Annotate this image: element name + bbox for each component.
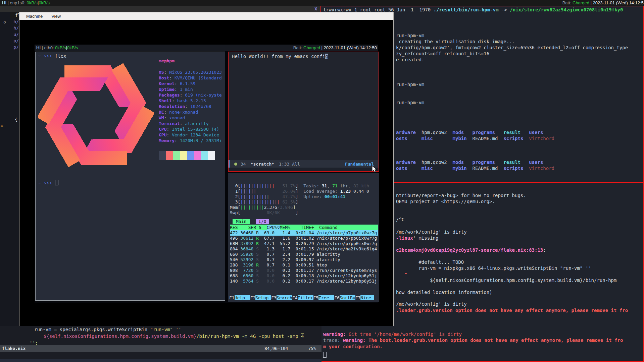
htop-fkey[interactable]: F4 (292, 295, 298, 300)
neofetch-entry: DE: none+xmonad (159, 109, 222, 115)
terminal-color-palette (159, 151, 215, 160)
emacs-window[interactable]: Hello World!! from my emacs config 34 *s… (228, 52, 379, 172)
neofetch-entry: Uptime: 1 min (159, 86, 222, 92)
emacs-buffer[interactable]: Hello World!! from my emacs config (229, 52, 379, 160)
neofetch-info: me@hpm------OS: NixOS 23.05.20231023Host… (159, 58, 222, 143)
modeline-buffer-name: *scratch* (251, 162, 274, 167)
htop-fkey-action[interactable]: Setup (255, 295, 271, 300)
htop-process-row[interactable]: 540 53992 S 0.7 2.2 0:00.97 alacritty (230, 257, 378, 262)
palette-swatch (208, 151, 215, 156)
palette-swatch (187, 151, 194, 156)
vim-scroll-percent: 75% (308, 345, 316, 352)
palette-swatch (159, 151, 166, 156)
tabline-close-icon[interactable]: X (314, 6, 317, 12)
terminal-line: run-vm = specialArgs.pkgs.writeScriptBin… (34, 326, 181, 333)
htop-window[interactable]: 0[||||||||||||| 51.7%] Tasks: 31, 71 thr… (228, 173, 379, 302)
neofetch-entry: Shell: bash 5.2.15 (159, 98, 222, 104)
htop-process-row[interactable]: 68M 37892 R 47.1 55.2 0:26.79 /nix/store… (230, 241, 378, 246)
neofetch-entry: GPU: Vendor 1234 Device (159, 132, 222, 138)
nixos-logo (38, 61, 154, 170)
vim-filename: flake.nix (2, 345, 26, 352)
palette-swatch (187, 156, 194, 160)
vim-text-fragment: { (15, 117, 17, 122)
vm-terminal-window[interactable]: ~ ››› flex (35, 52, 225, 301)
htop-process-row[interactable]: 688 6560 S 0.0 0.2 0:00.18 /nix/store/12… (230, 273, 378, 279)
qemu-menubar: Machine View (19, 12, 393, 20)
terminal-line: /me/work/config' is dirty (396, 301, 467, 307)
htop-fkey[interactable]: F2 (250, 295, 256, 300)
neofetch-entry: OS: NixOS 23.05.20231023 (159, 69, 222, 75)
htop-process-list: 472 30468 R 69.0 1.4 0:01.04 /nix/store/… (230, 230, 378, 284)
menu-view[interactable]: View (51, 14, 61, 19)
qemu-window[interactable]: Machine View HI | eth0: 0kB/s|0kB/s Batt… (19, 12, 394, 326)
qemu-display[interactable]: HI | eth0: 0kB/s|0kB/s Batt: Charged | 2… (19, 20, 393, 326)
host-network-status: HI | enp1s0: 0kB/s|0kB/s (2, 0, 50, 6)
htop-fkey-action[interactable]: SortBy (340, 295, 355, 300)
terminal-cursor (323, 352, 327, 358)
vim-code-lines: run-vm = specialArgs.pkgs.writeScriptBin… (0, 326, 321, 345)
htop-fkey-action[interactable]: Tree (318, 295, 334, 300)
htop-fkey-action[interactable]: Help (235, 295, 250, 300)
htop-process-row[interactable]: 472 30468 R 69.0 1.4 0:01.04 /nix/store/… (230, 230, 378, 236)
palette-swatch (166, 156, 173, 160)
palette-swatch (208, 156, 215, 160)
terminal-line: osts misc mybin README.md scripts virtch… (396, 165, 554, 171)
vim-editor-bottom[interactable]: run-vm = specialArgs.pkgs.writeScriptBin… (0, 326, 321, 362)
vm-status-bar: HI | eth0: 0kB/s|0kB/s Batt: Charged | 2… (35, 45, 378, 51)
vim-tabline: flake.nix h/main.nix h/hpm.nix u/m/defau… (0, 6, 320, 12)
host-battery-clock: Batt: Charged | 2023-11-01 (Wed) 14:12:5… (562, 0, 644, 6)
palette-swatch (201, 156, 208, 160)
terminal-line: creating the virtualisation disk image..… (396, 39, 515, 45)
shell-prompt-empty: ~ ››› (38, 180, 58, 186)
htop-sort-column[interactable]: CPU%▽ (267, 225, 280, 230)
htop-fkey-action[interactable]: Search (277, 295, 292, 300)
htop-tab-io[interactable]: I/O (256, 219, 269, 224)
terminal-line: warning: Git tree '/home/me/work/config'… (323, 331, 462, 337)
mouse-cursor (372, 166, 377, 173)
htop-process-row[interactable]: 804 36848 S 1.3 1.7 0:01.15 /nix/store/h… (230, 246, 378, 252)
neofetch-entry: Memory: 1420MiB / 3931Mi (159, 138, 222, 143)
htop-process-row[interactable]: 808 7720 S 0.0 0.3 0:01.17 /run/current-… (230, 268, 378, 273)
terminal-line: /me/work/config' is dirty (396, 229, 467, 235)
htop-meter-line: Mem[|||||||||2.37G/3.84G] (230, 205, 378, 210)
neofetch-separator: ------ (159, 64, 222, 69)
menu-machine[interactable]: Machine (26, 14, 43, 19)
terminal-line: e created. (396, 57, 424, 63)
terminal-line: ardware hpm.qcow2 mods programs result u… (396, 129, 543, 135)
terminal-line: m your configuration. (323, 344, 383, 350)
vim-cursor-position: 84,96-104 (264, 345, 288, 352)
terminal-line: how detailed location information) (396, 289, 492, 295)
neofetch-entry: Host: KVM/QEMU (Standard (159, 75, 222, 81)
palette-swatch (201, 151, 208, 156)
terminal-line: run-hpm-vm (396, 33, 424, 39)
vm-network-status: HI | eth0: 0kB/s|0kB/s (36, 45, 78, 51)
vim-bottom-strip (0, 359, 321, 362)
htop-process-row[interactable]: 288 3196 R 0.7 0.1 0:00.51 htop (230, 262, 378, 268)
palette-swatch (180, 156, 187, 160)
htop-fkey[interactable]: F7 (355, 295, 361, 300)
htop-process-row[interactable]: 496 30612 R 67.7 1.6 0:01.02 /nix/store/… (230, 236, 378, 241)
htop-fkey[interactable]: F1 (229, 295, 235, 300)
htop-process-row[interactable]: 140 5764 S 0.0 0.2 0:00.17 /nix/store/12… (230, 279, 378, 284)
htop-tab-main[interactable]: Main (233, 219, 250, 224)
htop-tabs: Main I/O (233, 219, 378, 224)
terminal-line: trace: warning: The boot.loader.grub.ver… (323, 337, 623, 343)
terminal-line: k/config/hpm.qcow2', fmt=qcow2 cluster_s… (396, 45, 628, 51)
shell-prompt-line: ~ ››› flex (38, 53, 66, 59)
terminal-line: #default... TODO (396, 259, 464, 265)
htop-fkey-action[interactable]: Nice (360, 295, 371, 300)
terminal-line: /^C (396, 217, 404, 223)
desktop-screen: HI | enp1s0: 0kB/s|0kB/s Batt: Charged |… (0, 0, 644, 362)
htop-meter-line: 1[|||||| 26.0%] Load average: 1.23 0.44 … (230, 189, 378, 194)
terminal-line: ${self.nixosConfigurations.hpm.config.sy… (396, 277, 616, 283)
htop-fkey-action[interactable]: Filter (298, 295, 313, 300)
modeline-buffer-pos: 34 (241, 162, 246, 167)
htop-fkey[interactable]: F3 (271, 295, 277, 300)
modeline-status-dot (234, 163, 237, 166)
terminal-line: ardware hpm.qcow2 mods programs result u… (396, 159, 543, 165)
htop-table-header[interactable]: RES SHR S CPU%▽MEM% TIME+ Command (230, 225, 378, 230)
htop-process-row[interactable]: 660 55920 S 0.7 2.4 0:01.79 alacritty (230, 252, 378, 257)
htop-fkey[interactable]: F5 (313, 295, 319, 300)
htop-fkey[interactable]: F6 (334, 295, 340, 300)
terminal-line: run-vm = nixpkgs.x86_64-linux.pkgs.write… (396, 265, 591, 271)
